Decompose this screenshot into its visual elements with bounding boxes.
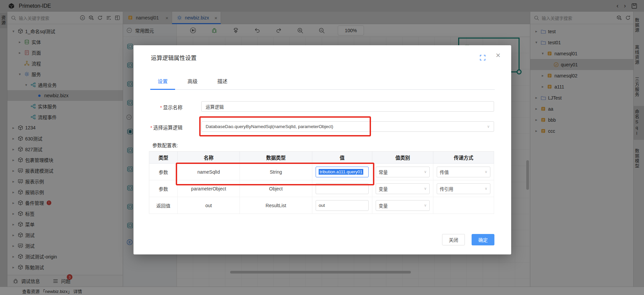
logic-select-label: *选择运算逻辑 bbox=[133, 124, 182, 131]
pass-mode-select[interactable]: 传引用∨ bbox=[437, 183, 490, 194]
display-name-input[interactable]: 运算逻辑 bbox=[201, 101, 494, 112]
param-data-type: ResultList bbox=[240, 197, 312, 214]
value-input[interactable]: tribution.a111.query01 bbox=[316, 167, 369, 177]
param-table-label: 参数配置表: bbox=[152, 141, 178, 149]
param-data-type: String bbox=[240, 164, 312, 180]
chevron-down-icon: ∨ bbox=[424, 170, 427, 174]
column-header: 名称 bbox=[178, 152, 240, 164]
out: 返回值 out ResultList out 变量∨ bbox=[149, 197, 494, 214]
dialog-footer: 关闭 确定 bbox=[442, 234, 494, 245]
param-type: 参数 bbox=[149, 180, 178, 197]
param-type: 参数 bbox=[149, 164, 178, 180]
dialog-tab[interactable]: 设置 bbox=[152, 77, 173, 84]
param-type: 返回值 bbox=[149, 197, 178, 214]
pass-mode-select[interactable]: 传值∨ bbox=[437, 167, 490, 177]
close-button[interactable]: 关闭 bbox=[442, 234, 465, 245]
logic-select[interactable]: DatabaseDao.queryByNamedSql(nameSqlId, p… bbox=[201, 121, 494, 132]
column-header: 数据类型 bbox=[240, 152, 312, 164]
chevron-down-icon: ∨ bbox=[485, 170, 487, 174]
column-header: 值类别 bbox=[372, 152, 433, 164]
chevron-down-icon: ∨ bbox=[487, 124, 490, 129]
column-header: 类型 bbox=[149, 152, 178, 164]
column-header: 传递方式 bbox=[433, 152, 494, 164]
param-name: nameSqlId bbox=[178, 164, 240, 180]
display-name-label: *显示名称 bbox=[133, 104, 182, 111]
value-input[interactable]: out bbox=[316, 200, 369, 211]
close-icon[interactable]: × bbox=[496, 51, 500, 59]
value-category-select[interactable]: 变量∨ bbox=[376, 183, 430, 194]
dialog-tab[interactable]: 描述 bbox=[212, 77, 233, 84]
chevron-down-icon: ∨ bbox=[424, 186, 427, 191]
value-category-select[interactable]: 常量∨ bbox=[376, 167, 430, 177]
dialog-tabs: 设置高级描述 bbox=[152, 77, 495, 90]
chevron-down-icon: ∨ bbox=[424, 203, 427, 208]
param-name: out bbox=[178, 197, 240, 214]
column-header: 值 bbox=[312, 152, 372, 164]
param-name: parameterObject bbox=[178, 180, 240, 197]
chevron-down-icon: ∨ bbox=[485, 186, 487, 191]
value-category-select[interactable]: 变量∨ bbox=[376, 200, 430, 211]
dialog-tab[interactable]: 高级 bbox=[182, 77, 203, 84]
value-input[interactable] bbox=[316, 183, 369, 194]
param-data-type: Object bbox=[240, 180, 312, 197]
parameterObject: 参数 parameterObject Object 变量∨ 传引用∨ bbox=[149, 180, 494, 197]
nameSqlId: 参数 nameSqlId String tribution.a111.query… bbox=[149, 164, 494, 180]
ok-button[interactable]: 确定 bbox=[472, 234, 494, 245]
fullscreen-icon[interactable] bbox=[480, 55, 486, 61]
logic-properties-dialog: 运算逻辑属性设置 × 设置高级描述 *显示名称 运算逻辑 *选择运算逻辑 Dat… bbox=[133, 45, 511, 254]
dialog-title: 运算逻辑属性设置 bbox=[151, 53, 197, 62]
param-table: 类型名称数据类型值值类别传递方式 参数 nameSqlId String tri… bbox=[149, 151, 494, 214]
